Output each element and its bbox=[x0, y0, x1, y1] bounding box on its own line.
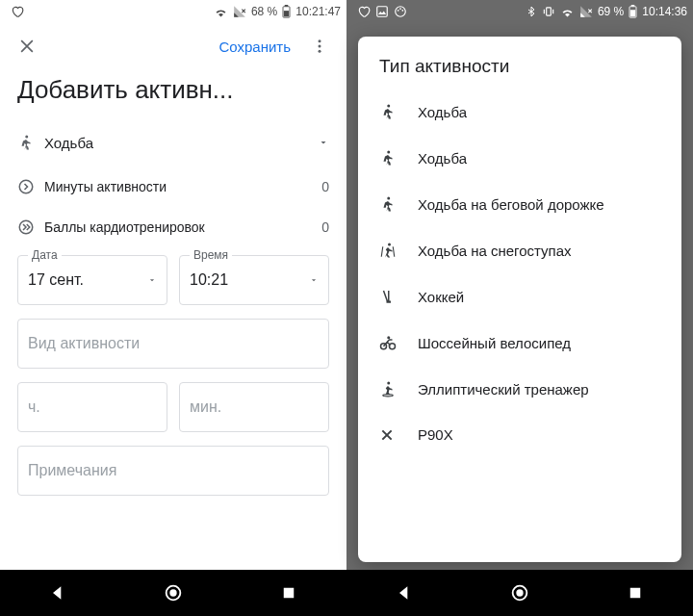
page-title: Добавить активн... bbox=[0, 69, 346, 118]
notes-field[interactable]: Примечания bbox=[17, 446, 329, 496]
battery-icon bbox=[282, 5, 291, 18]
phone-right: 69 % 10:14:36 Тип активности ХодьбаХодьб… bbox=[346, 0, 693, 616]
hockey-icon bbox=[379, 288, 418, 305]
clock-text: 10:14:36 bbox=[642, 5, 687, 18]
heart-icon bbox=[357, 5, 371, 18]
hours-field[interactable]: ч. bbox=[17, 382, 167, 432]
walk-icon bbox=[17, 134, 44, 151]
svg-rect-2 bbox=[285, 5, 289, 7]
double-chevron-icon bbox=[17, 218, 44, 236]
nav-recent-icon[interactable] bbox=[277, 581, 300, 604]
time-value: 10:21 bbox=[190, 271, 309, 289]
heart-icon bbox=[11, 5, 24, 18]
svg-point-14 bbox=[398, 10, 399, 12]
cardio-points-label: Баллы кардиотренировок bbox=[44, 219, 321, 235]
date-field[interactable]: Дата 17 сент. bbox=[17, 255, 167, 305]
activity-type-sheet: Тип активности ХодьбаХодьбаХодьба на бег… bbox=[358, 37, 681, 562]
activity-type-option-label: Ходьба на снегоступах bbox=[418, 243, 572, 259]
svg-point-6 bbox=[25, 136, 28, 139]
activity-type-option[interactable]: Ходьба bbox=[364, 135, 676, 181]
minutes-field[interactable]: мин. bbox=[179, 382, 329, 432]
svg-point-5 bbox=[319, 50, 321, 53]
signal-icon bbox=[579, 5, 593, 18]
nav-home-icon[interactable] bbox=[162, 581, 185, 604]
svg-point-15 bbox=[399, 8, 401, 10]
activity-type-option[interactable]: Хоккей bbox=[364, 273, 676, 320]
activity-minutes-value: 0 bbox=[321, 179, 329, 194]
activity-type-option-label: Ходьба bbox=[418, 150, 467, 167]
svg-point-30 bbox=[383, 395, 394, 397]
bike-icon bbox=[379, 334, 418, 351]
activity-type-dropdown[interactable]: Ходьба bbox=[0, 118, 346, 167]
ski-icon bbox=[379, 242, 418, 259]
walk-icon bbox=[379, 149, 418, 167]
activity-kind-placeholder: Вид активности bbox=[28, 335, 140, 352]
chevron-circle-icon bbox=[17, 178, 44, 195]
nav-back-icon[interactable] bbox=[46, 581, 69, 604]
activity-type-option-label: Эллиптический тренажер bbox=[418, 381, 589, 398]
svg-rect-12 bbox=[377, 7, 388, 17]
svg-point-4 bbox=[319, 45, 321, 48]
chevron-down-icon bbox=[318, 137, 329, 148]
chevron-down-icon bbox=[147, 275, 157, 285]
nav-back-icon[interactable] bbox=[393, 581, 416, 604]
palette-icon bbox=[394, 5, 407, 18]
time-field[interactable]: Время 10:21 bbox=[179, 255, 329, 305]
clock-text: 10:21:47 bbox=[295, 5, 341, 18]
svg-point-23 bbox=[387, 197, 390, 200]
svg-rect-20 bbox=[631, 5, 635, 7]
close-icon[interactable] bbox=[8, 27, 46, 65]
more-icon[interactable] bbox=[300, 27, 339, 65]
signal-icon bbox=[233, 5, 246, 18]
activity-type-list: ХодьбаХодьбаХодьба на беговой дорожкеХод… bbox=[358, 89, 681, 457]
activity-type-option[interactable]: Ходьба на снегоступах bbox=[364, 227, 676, 273]
walk-icon bbox=[379, 103, 418, 120]
vibrate-icon bbox=[542, 5, 555, 18]
svg-point-24 bbox=[388, 244, 391, 246]
svg-point-22 bbox=[387, 151, 390, 154]
activity-type-option[interactable]: Ходьба на беговой дорожке bbox=[364, 181, 676, 227]
minutes-placeholder: мин. bbox=[190, 398, 221, 416]
svg-point-10 bbox=[169, 589, 176, 596]
activity-kind-field[interactable]: Вид активности bbox=[17, 319, 329, 369]
activity-minutes-row: Минуты активности 0 bbox=[0, 167, 346, 207]
svg-point-28 bbox=[387, 336, 390, 339]
battery-percent: 68 % bbox=[251, 5, 277, 18]
walk-icon bbox=[379, 195, 418, 213]
sheet-title: Тип активности bbox=[358, 37, 681, 89]
nav-recent-icon[interactable] bbox=[624, 581, 647, 604]
wifi-icon bbox=[560, 5, 575, 19]
activity-type-option-label: Ходьба bbox=[418, 104, 467, 120]
svg-point-7 bbox=[19, 180, 33, 193]
svg-rect-25 bbox=[387, 301, 392, 303]
hours-placeholder: ч. bbox=[28, 398, 40, 416]
activity-type-option[interactable]: Ходьба bbox=[364, 89, 676, 135]
date-float-label: Дата bbox=[28, 248, 62, 262]
activity-type-option-label: Хоккей bbox=[418, 289, 464, 305]
svg-rect-1 bbox=[284, 11, 289, 16]
nav-home-icon[interactable] bbox=[508, 581, 531, 604]
phone-left: 68 % 10:21:47 Сохранить Добавить активн.… bbox=[0, 0, 346, 616]
activity-type-option[interactable]: Эллиптический тренажер bbox=[364, 366, 676, 412]
svg-point-3 bbox=[319, 39, 321, 42]
activity-minutes-label: Минуты активности bbox=[44, 179, 321, 194]
activity-type-option-label: P90X bbox=[418, 426, 453, 443]
image-icon bbox=[375, 5, 389, 18]
svg-point-21 bbox=[387, 105, 390, 108]
svg-point-32 bbox=[516, 589, 523, 596]
activity-type-option[interactable]: Шоссейный велосипед bbox=[364, 320, 676, 366]
activity-type-option-label: Ходьба на беговой дорожке bbox=[418, 196, 604, 213]
activity-type-option-label: Шоссейный велосипед bbox=[418, 335, 571, 351]
svg-point-16 bbox=[401, 10, 403, 12]
time-float-label: Время bbox=[190, 248, 232, 262]
battery-icon bbox=[629, 5, 637, 18]
svg-rect-33 bbox=[630, 588, 641, 599]
status-bar: 69 % 10:14:36 bbox=[346, 0, 693, 23]
nav-bar bbox=[346, 570, 693, 616]
status-bar: 68 % 10:21:47 bbox=[0, 0, 346, 23]
activity-type-option[interactable]: P90X bbox=[364, 412, 676, 457]
cardio-points-value: 0 bbox=[321, 219, 329, 235]
battery-percent: 69 % bbox=[598, 5, 624, 18]
save-button[interactable]: Сохранить bbox=[209, 38, 300, 55]
ellip-icon bbox=[379, 380, 418, 398]
